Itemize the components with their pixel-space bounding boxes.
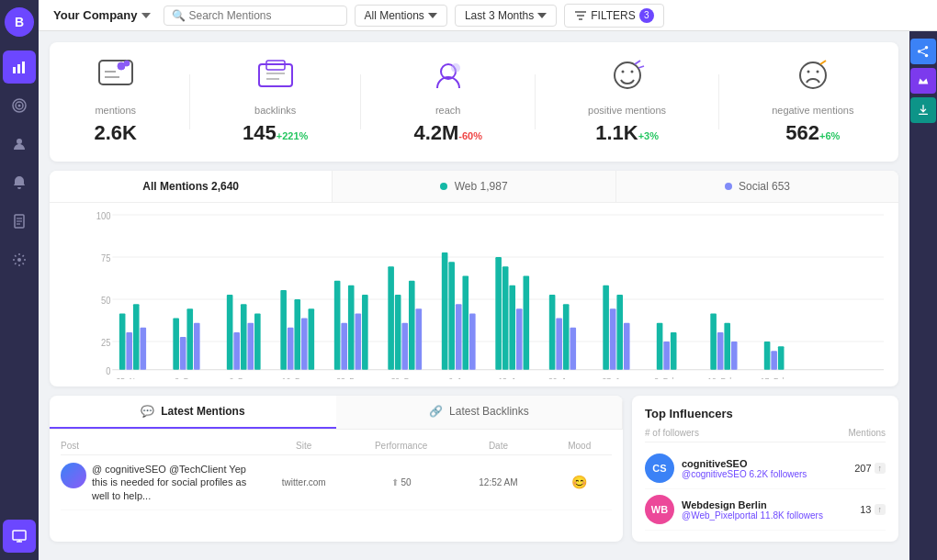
svg-rect-72 — [416, 308, 423, 369]
svg-rect-80 — [509, 286, 515, 370]
svg-text:2. Dec: 2. Dec — [175, 376, 198, 379]
influencers-header: # of followers Mentions — [645, 424, 886, 442]
svg-rect-51 — [186, 308, 193, 369]
backlinks-label: backlinks — [254, 105, 296, 116]
svg-rect-93 — [671, 332, 677, 370]
svg-rect-94 — [710, 313, 717, 369]
svg-rect-78 — [495, 257, 502, 370]
svg-rect-87 — [603, 286, 609, 370]
backlinks-value: 145+221% — [243, 121, 308, 145]
sidebar-icon-file[interactable] — [3, 205, 36, 238]
svg-point-6 — [17, 139, 22, 144]
svg-text:16. Dec: 16. Dec — [282, 376, 310, 379]
svg-point-5 — [18, 105, 21, 107]
svg-rect-75 — [456, 304, 462, 370]
mentions-tabs: 💬 Latest Mentions 🔗 Latest Backlinks — [50, 396, 623, 430]
inf-info-1: Webdesign Berlin @Web_Pixelportal 11.8K … — [682, 499, 860, 521]
search-icon: 🔍 — [172, 9, 186, 22]
chart-area: 100 75 50 25 0 — [50, 203, 898, 386]
share-button[interactable] — [910, 39, 936, 64]
svg-rect-64 — [341, 323, 347, 370]
svg-text:9. Dec: 9. Dec — [230, 376, 253, 379]
svg-rect-55 — [241, 304, 247, 370]
sidebar-icon-user[interactable] — [3, 128, 36, 161]
chart-tab-web[interactable]: Web 1,987 — [333, 171, 615, 202]
chart-tab-social[interactable]: Social 653 — [616, 171, 898, 202]
svg-rect-46 — [126, 332, 132, 370]
mention-row[interactable]: @ cognitiveSEO @TechClient Yep this is n… — [61, 455, 612, 510]
svg-point-11 — [17, 258, 21, 262]
app-logo[interactable]: B — [5, 7, 34, 37]
svg-rect-47 — [133, 304, 140, 370]
sidebar-icon-monitor[interactable] — [3, 520, 36, 553]
bar-chart: 100 75 50 25 0 — [86, 210, 884, 379]
crown-button[interactable] — [910, 68, 936, 94]
svg-rect-88 — [610, 308, 616, 369]
mentions-card: 💬 Latest Mentions 🔗 Latest Backlinks Pos… — [50, 396, 623, 542]
stat-divider-2 — [360, 74, 361, 129]
sidebar-icon-chart[interactable] — [3, 50, 36, 84]
svg-rect-100 — [778, 346, 785, 370]
inf-name-0: cognitiveSEO — [682, 458, 854, 469]
stat-backlinks: backlinks 145+221% — [243, 59, 308, 145]
svg-point-116 — [925, 54, 929, 58]
svg-rect-82 — [524, 276, 530, 370]
chart-tabs: All Mentions 2,640 Web 1,987 Social 653 — [50, 171, 898, 203]
influencer-row-1[interactable]: WB Webdesign Berlin @Web_Pixelportal 11.… — [645, 489, 886, 531]
mentions-value: 2.6K — [95, 121, 137, 145]
svg-point-28 — [451, 63, 460, 73]
svg-rect-92 — [663, 342, 670, 370]
svg-rect-23 — [259, 64, 292, 86]
company-selector[interactable]: Your Company — [48, 5, 156, 26]
mentions-label: mentions — [95, 105, 136, 116]
svg-text:50: 50 — [101, 296, 111, 306]
svg-rect-98 — [764, 342, 771, 370]
search-box[interactable]: 🔍 — [164, 6, 347, 26]
mention-text: @ cognitiveSEO @TechClient Yep this is n… — [92, 463, 255, 502]
svg-rect-57 — [254, 313, 261, 369]
svg-text:0: 0 — [106, 366, 111, 376]
tab-latest-mentions[interactable]: 💬 Latest Mentions — [50, 396, 336, 429]
company-name: Your Company — [53, 8, 138, 22]
svg-rect-67 — [362, 295, 368, 370]
sidebar-icon-bell[interactable] — [3, 166, 36, 199]
svg-rect-48 — [140, 328, 146, 370]
svg-text:13. Jan: 13. Jan — [498, 376, 524, 379]
web-dot — [440, 183, 447, 190]
svg-line-117 — [920, 49, 925, 50]
svg-rect-52 — [194, 323, 200, 370]
svg-rect-76 — [462, 276, 468, 370]
chart-tab-all[interactable]: All Mentions 2,640 — [50, 171, 333, 202]
svg-rect-50 — [180, 337, 186, 370]
date-range-dropdown[interactable]: Last 3 Months — [455, 5, 557, 27]
mentions-icon — [97, 59, 134, 99]
filters-button[interactable]: FILTERS 3 — [564, 4, 663, 28]
svg-text:20. Jan: 20. Jan — [548, 376, 574, 379]
negative-value: 562+6% — [785, 121, 840, 145]
right-buttons-panel — [909, 31, 937, 560]
sidebar-icon-settings[interactable] — [3, 243, 36, 276]
stat-divider-1 — [189, 74, 190, 129]
negative-mentions-icon — [795, 59, 831, 99]
main-content: mentions 2.6K backlinks 145+221% — [39, 31, 909, 560]
positive-mentions-icon — [609, 59, 646, 99]
svg-rect-49 — [173, 319, 179, 370]
svg-point-20 — [124, 61, 130, 66]
inf-handle-0: @cognitiveSEO 6.2K followers — [682, 469, 854, 479]
inf-count-badge-1: ↑ — [875, 504, 886, 515]
search-input[interactable] — [189, 9, 336, 22]
svg-point-30 — [621, 71, 624, 73]
all-mentions-dropdown[interactable]: All Mentions — [355, 5, 447, 27]
sidebar-icon-target[interactable] — [3, 89, 36, 122]
svg-rect-2 — [22, 62, 25, 73]
svg-rect-53 — [227, 295, 233, 370]
inf-count-1: 13 ↑ — [860, 504, 886, 515]
download-button[interactable] — [910, 97, 936, 123]
svg-text:30. Dec: 30. Dec — [391, 376, 419, 379]
svg-rect-12 — [13, 531, 26, 540]
svg-text:10. Feb: 10. Feb — [707, 376, 734, 379]
svg-text:75: 75 — [101, 253, 111, 263]
influencers-title: Top Influencers — [645, 407, 886, 420]
influencer-row-0[interactable]: CS cognitiveSEO @cognitiveSEO 6.2K follo… — [645, 448, 886, 489]
tab-latest-backlinks[interactable]: 🔗 Latest Backlinks — [336, 396, 624, 429]
